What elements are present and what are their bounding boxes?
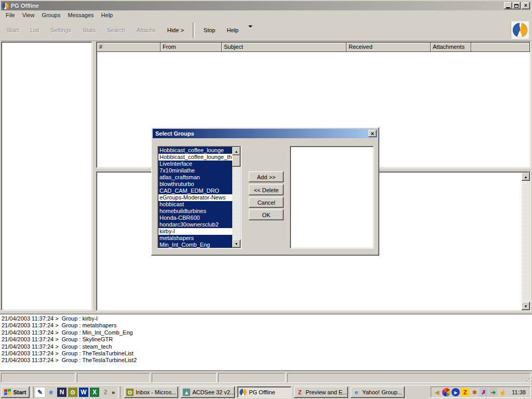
- taskbar-pgoffline-button[interactable]: PG Offline: [237, 387, 291, 398]
- log-line: 21/04/2003 11:37:24 > Group : TheTeslaTu…: [2, 357, 532, 364]
- word-icon[interactable]: W: [79, 388, 88, 397]
- toolbar-stop-button[interactable]: Stop: [198, 25, 221, 35]
- taskbar-preview-button[interactable]: Z Preview and E...: [294, 387, 348, 398]
- pg-offline-logo-tile: [511, 21, 529, 39]
- group-list-item[interactable]: kirby-l: [158, 228, 232, 235]
- show-desktop-icon[interactable]: ✎: [35, 388, 45, 397]
- group-list-item[interactable]: eGroups-Moderator-News: [158, 194, 232, 201]
- color-wheel-icon[interactable]: [442, 388, 450, 396]
- group-list-item[interactable]: hobbicast: [158, 201, 232, 208]
- zonealarm-icon[interactable]: Z: [461, 388, 469, 396]
- preview-scrollbar[interactable]: ▲ ▼: [522, 172, 530, 310]
- add-button[interactable]: Add >>: [249, 171, 284, 182]
- group-list-item[interactable]: hondarc30ownersclub2: [158, 221, 232, 228]
- status-pane: [77, 373, 150, 383]
- taskbar-button-label: PG Offline: [249, 389, 275, 395]
- start-button[interactable]: Start: [1, 387, 30, 398]
- toolbar-help-button[interactable]: Help: [221, 25, 244, 35]
- column-header[interactable]: Received: [347, 43, 431, 52]
- minimize-button[interactable]: [504, 2, 512, 9]
- person-icon[interactable]: 2: [101, 388, 110, 397]
- toolbar-attachs-button[interactable]: Attachs: [131, 25, 162, 35]
- scroll-down-icon[interactable]: ▼: [522, 302, 530, 310]
- toolbar-list-button[interactable]: List: [24, 25, 45, 35]
- available-groups-listbox: Hobbicast_coffee_lounge Hobbicast_coffee…: [157, 146, 242, 249]
- status-pane: [218, 373, 286, 383]
- toolbar-hide-button[interactable]: Hide >: [162, 25, 190, 35]
- group-list-item[interactable]: homebuildturbines: [158, 208, 232, 215]
- group-list-item[interactable]: Min_Int_Comb_Eng: [158, 242, 232, 248]
- delete-button[interactable]: << Delete: [249, 184, 284, 195]
- statusbar: [0, 371, 532, 385]
- status-pane: [152, 373, 217, 383]
- selected-groups-listbox[interactable]: [290, 146, 374, 249]
- taskbar-inbox-button[interactable]: ⊙ Inbox - Micros...: [124, 387, 178, 398]
- scroll-up-icon[interactable]: ▲: [522, 172, 530, 181]
- dialer-icon[interactable]: ✱: [470, 388, 478, 396]
- column-header[interactable]: Subject: [222, 43, 347, 52]
- toolbar-settings-button[interactable]: Settings: [45, 25, 77, 35]
- column-header[interactable]: #: [97, 43, 161, 52]
- taskbar-acdsee-button[interactable]: ▴ ACDSee 32 v2...: [181, 387, 235, 398]
- cancel-button[interactable]: Cancel: [249, 197, 284, 208]
- mouse-hand-icon[interactable]: ☝: [498, 388, 507, 396]
- toolbar: Start List Settings Stats Search Attachs…: [1, 20, 531, 41]
- network-offline-icon[interactable]: ✗: [480, 388, 488, 396]
- media-player-icon[interactable]: ▸: [451, 388, 460, 396]
- maximize-button[interactable]: [512, 2, 521, 9]
- taskbar-divider: [118, 387, 121, 398]
- group-tree-panel: [1, 42, 92, 311]
- menu-file[interactable]: File: [2, 11, 19, 19]
- menu-help[interactable]: Help: [98, 11, 117, 19]
- start-label: Start: [13, 389, 26, 395]
- group-list-item[interactable]: Honda-CBR600: [158, 215, 232, 221]
- column-header[interactable]: From: [161, 43, 222, 52]
- log-line: 21/04/2003 11:37:24 > Group : SkylineGTR: [2, 336, 532, 343]
- toolbar-start-button[interactable]: Start: [1, 25, 24, 35]
- listbox-scrollbar[interactable]: ▲ ▼: [232, 147, 241, 248]
- close-button[interactable]: ×: [522, 2, 530, 9]
- column-header[interactable]: Attachments: [431, 43, 471, 52]
- internet-explorer-icon[interactable]: e: [46, 388, 56, 397]
- windows-logo-icon: [4, 389, 11, 395]
- internet-explorer-icon: e: [353, 389, 360, 396]
- volume-icon[interactable]: ◀: [433, 388, 441, 396]
- group-list-item[interactable]: metalshapers: [158, 235, 232, 242]
- menu-messages[interactable]: Messages: [64, 11, 97, 19]
- group-list-item[interactable]: Hobbicast_coffee_lounge_the: [158, 154, 232, 161]
- group-list-item[interactable]: LiveInterface: [158, 161, 232, 167]
- dialog-titlebar: Select Groups ×: [153, 129, 378, 138]
- toolbar-search-button[interactable]: Search: [101, 25, 131, 35]
- dialog-close-button[interactable]: ×: [368, 130, 377, 137]
- toolbar-stats-button[interactable]: Stats: [77, 25, 101, 35]
- netscape-icon[interactable]: N: [57, 388, 66, 397]
- menu-view[interactable]: View: [19, 11, 38, 19]
- resize-grip[interactable]: [524, 376, 530, 382]
- group-list-item[interactable]: atlas_craftsman: [158, 174, 232, 181]
- outlook-icon: ⊙: [126, 389, 134, 396]
- group-list-item[interactable]: Hobbicast_coffee_lounge: [158, 147, 232, 154]
- vertical-splitter[interactable]: [92, 42, 96, 311]
- group-list-item[interactable]: blowthruturbo: [158, 181, 232, 188]
- log-line: 21/04/2003 11:37:24 > Group : steam_tech: [2, 343, 532, 350]
- ok-button[interactable]: OK: [249, 209, 284, 220]
- log-line: 21/04/2003 11:37:24 > Group : Min_Int_Co…: [2, 329, 532, 336]
- column-header[interactable]: [471, 43, 530, 52]
- taskbar-yahoo-button[interactable]: e Yahoo! Group...: [351, 387, 405, 398]
- taskbar-divider: [31, 387, 34, 398]
- menu-groups[interactable]: Groups: [38, 11, 64, 19]
- print-spooler-icon[interactable]: ➔: [489, 388, 497, 396]
- tray-clock[interactable]: 11:38: [508, 389, 528, 395]
- log-panel: 21/04/2003 11:37:24 > Group : kirby-l 21…: [0, 314, 532, 371]
- scrollbar-thumb[interactable]: [232, 155, 241, 167]
- group-list-item[interactable]: CAD_CAM_EDM_DRO: [158, 188, 232, 194]
- outlook-icon[interactable]: ⊙: [68, 388, 77, 397]
- taskbar: Start ✎ e N ⊙ W X 2 » ⊙: [0, 385, 532, 399]
- scroll-down-icon[interactable]: ▼: [232, 240, 241, 248]
- toolbar-overflow-icon[interactable]: [248, 25, 252, 28]
- quick-launch-overflow-icon[interactable]: »: [110, 389, 116, 395]
- excel-icon[interactable]: X: [90, 388, 99, 397]
- message-list-header: # From Subject Received Attachments: [97, 43, 530, 52]
- scroll-up-icon[interactable]: ▲: [232, 147, 241, 155]
- group-list-item[interactable]: 7x10minilathe: [158, 167, 232, 174]
